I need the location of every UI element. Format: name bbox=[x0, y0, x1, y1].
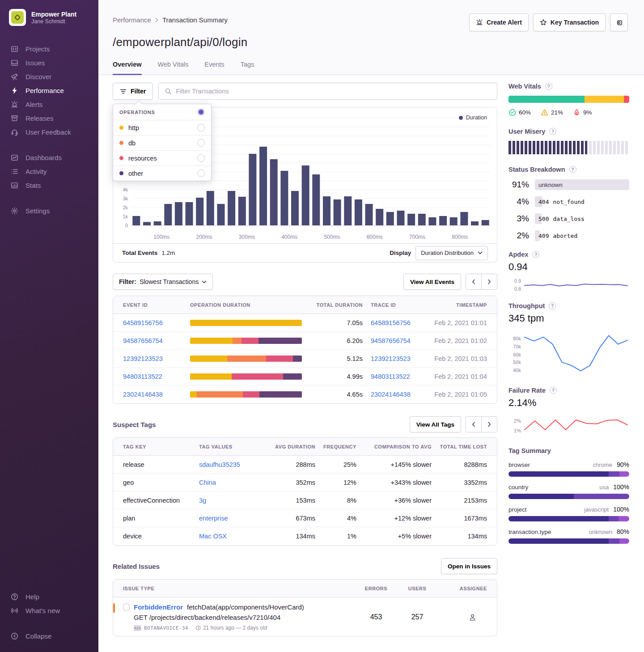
related-issues-table: ISSUE TYPE ERRORS USERS ASSIGNEE Forbidd… bbox=[113, 579, 497, 636]
tag-summary-row: country usa 100% bbox=[508, 483, 629, 499]
breadcrumb-current: Transaction Summary bbox=[162, 16, 228, 24]
sidebar-item-releases[interactable]: Releases bbox=[0, 111, 98, 125]
project-badge[interactable]: </> BOTANAVOICE-34 bbox=[134, 625, 188, 631]
svg-text:500ms: 500ms bbox=[324, 234, 340, 240]
issue-type-link[interactable]: ForbiddenError bbox=[134, 603, 183, 611]
event-id-link[interactable]: 94587656754 bbox=[123, 337, 190, 344]
prev-page-button[interactable] bbox=[466, 274, 482, 290]
suspect-tag-row: plan enterprise 673ms 4% +12% slower 167… bbox=[113, 509, 497, 527]
sidebar-item-collapse[interactable]: Collapse bbox=[0, 629, 98, 643]
tag-value-link[interactable]: sdaufhu35235 bbox=[199, 461, 266, 468]
svg-text:300ms: 300ms bbox=[239, 234, 255, 240]
breadcrumb-performance[interactable]: Performance bbox=[113, 16, 151, 24]
status-row: 91% unknown bbox=[508, 179, 629, 190]
activity-icon bbox=[11, 168, 18, 175]
question-icon[interactable]: ? bbox=[569, 166, 576, 173]
sidebar-item-whats-new[interactable]: What's new bbox=[0, 604, 98, 618]
trace-id-link[interactable]: 64589156756 bbox=[363, 319, 412, 326]
operations-item-other[interactable]: other bbox=[113, 166, 211, 181]
event-id-link[interactable]: 12392123523 bbox=[123, 355, 190, 362]
web-vitals-meh: 21% bbox=[541, 109, 563, 116]
svg-text:0: 0 bbox=[125, 223, 128, 228]
operations-item-resources[interactable]: resources bbox=[113, 151, 211, 166]
operations-radio-resources[interactable] bbox=[197, 154, 205, 162]
question-icon[interactable]: ? bbox=[549, 302, 556, 309]
sidebar-item-projects[interactable]: Projects bbox=[0, 42, 98, 56]
sidebar-item-stats[interactable]: Stats bbox=[0, 178, 98, 192]
sidebar-item-alerts[interactable]: Alerts bbox=[0, 97, 98, 111]
org-name: Empower Plant bbox=[31, 10, 76, 18]
sidebar-item-settings[interactable]: Settings bbox=[0, 204, 98, 218]
tab-overview[interactable]: Overview bbox=[113, 61, 142, 75]
web-vitals-bar bbox=[508, 96, 629, 103]
operations-radio-http[interactable] bbox=[197, 124, 205, 131]
assignee-cell[interactable] bbox=[438, 614, 487, 621]
trace-id-link[interactable]: 12392123523 bbox=[363, 355, 412, 362]
sidebar-item-label: Alerts bbox=[25, 101, 42, 108]
question-icon[interactable]: ? bbox=[549, 128, 556, 135]
trace-id-link[interactable]: 23024146438 bbox=[363, 391, 412, 398]
create-alert-button[interactable]: Create Alert bbox=[469, 13, 529, 31]
sidebar-item-discover[interactable]: Discover bbox=[0, 70, 98, 84]
svg-text:60k: 60k bbox=[513, 352, 521, 357]
settings-gear-button[interactable] bbox=[610, 13, 628, 31]
operations-item-db[interactable]: db bbox=[113, 135, 211, 151]
tag-value-link[interactable]: Mac OSX bbox=[199, 533, 266, 540]
view-all-tags-button[interactable]: View All Tags bbox=[410, 416, 461, 432]
open-in-issues-button[interactable]: Open in Issues bbox=[441, 558, 497, 574]
suspect-tags-table: TAG KEY TAG VALUES AVG DURATION FREQUENC… bbox=[113, 437, 497, 546]
sidebar-item-label: Releases bbox=[25, 114, 54, 122]
events-toolbar: Filter: Slowest Transactions View All Ev… bbox=[113, 274, 497, 290]
key-transaction-button[interactable]: Key Transaction bbox=[533, 13, 606, 31]
trace-id-link[interactable]: 94587656754 bbox=[363, 337, 412, 344]
star-icon bbox=[540, 19, 547, 26]
operations-radio-all[interactable] bbox=[197, 108, 205, 116]
header-actions: Create Alert Key Transaction bbox=[469, 13, 628, 31]
display-select[interactable]: Duration Distribution bbox=[415, 246, 488, 260]
question-icon[interactable]: ? bbox=[550, 387, 557, 394]
search-input[interactable] bbox=[176, 88, 491, 95]
tab-web-vitals[interactable]: Web Vitals bbox=[158, 61, 189, 75]
chart-legend[interactable]: Duration bbox=[459, 114, 487, 121]
operations-radio-db[interactable] bbox=[197, 139, 205, 147]
next-page-button[interactable] bbox=[481, 416, 497, 432]
tag-value-link[interactable]: enterprise bbox=[199, 515, 266, 522]
sidebar-item-label: Stats bbox=[25, 182, 41, 189]
issue-row: ForbiddenError fetchData(app/components/… bbox=[113, 597, 497, 636]
question-icon[interactable]: ? bbox=[532, 251, 539, 258]
sidebar-item-user-feedback[interactable]: User Feedback bbox=[0, 125, 98, 139]
help-icon bbox=[11, 593, 18, 601]
svg-text:200ms: 200ms bbox=[196, 234, 212, 240]
tags-pagination bbox=[466, 416, 497, 432]
question-icon[interactable]: ? bbox=[545, 83, 552, 90]
next-page-button[interactable] bbox=[481, 274, 497, 290]
projects-icon bbox=[11, 45, 18, 53]
sidebar-item-dashboards[interactable]: Dashboards bbox=[0, 151, 98, 165]
filter-button[interactable]: Filter bbox=[113, 83, 153, 100]
tab-events[interactable]: Events bbox=[204, 61, 224, 75]
failure-rate-section: Failure Rate ? 2.14% 2%1% bbox=[508, 387, 629, 437]
events-table: EVENT ID OPERATION DURATION TOTAL DURATI… bbox=[113, 296, 497, 404]
operations-radio-other[interactable] bbox=[197, 169, 205, 177]
event-id-link[interactable]: 23024146438 bbox=[123, 391, 190, 398]
sidebar-item-activity[interactable]: Activity bbox=[0, 165, 98, 178]
sidebar-item-help[interactable]: Help bbox=[0, 590, 98, 604]
alerts-icon bbox=[11, 101, 18, 108]
view-all-events-button[interactable]: View All Events bbox=[403, 274, 461, 290]
tab-tags[interactable]: Tags bbox=[241, 61, 254, 75]
event-id-link[interactable]: 64589156756 bbox=[123, 319, 190, 326]
events-filter-select[interactable]: Filter: Slowest Transactions bbox=[113, 274, 213, 290]
event-id-link[interactable]: 94803113522 bbox=[123, 373, 190, 380]
org-switcher[interactable]: Empower Plant Jane Schmidt bbox=[0, 9, 98, 26]
trace-id-link[interactable]: 94803113522 bbox=[363, 373, 412, 380]
sidebar-item-issues[interactable]: Issues bbox=[0, 56, 98, 70]
operations-item-http[interactable]: http bbox=[113, 120, 211, 135]
collapse-icon bbox=[11, 632, 18, 640]
issue-checkbox[interactable] bbox=[123, 604, 130, 610]
prev-page-button[interactable] bbox=[466, 416, 482, 432]
sidebar-item-performance[interactable]: Performance bbox=[0, 84, 98, 97]
tag-value-link[interactable]: China bbox=[199, 479, 266, 486]
tag-value-link[interactable]: 3g bbox=[199, 497, 266, 504]
throughput-section: Throughput ? 345 tpm 80k70k60k50k40k bbox=[508, 302, 629, 378]
warning-icon bbox=[541, 109, 548, 116]
